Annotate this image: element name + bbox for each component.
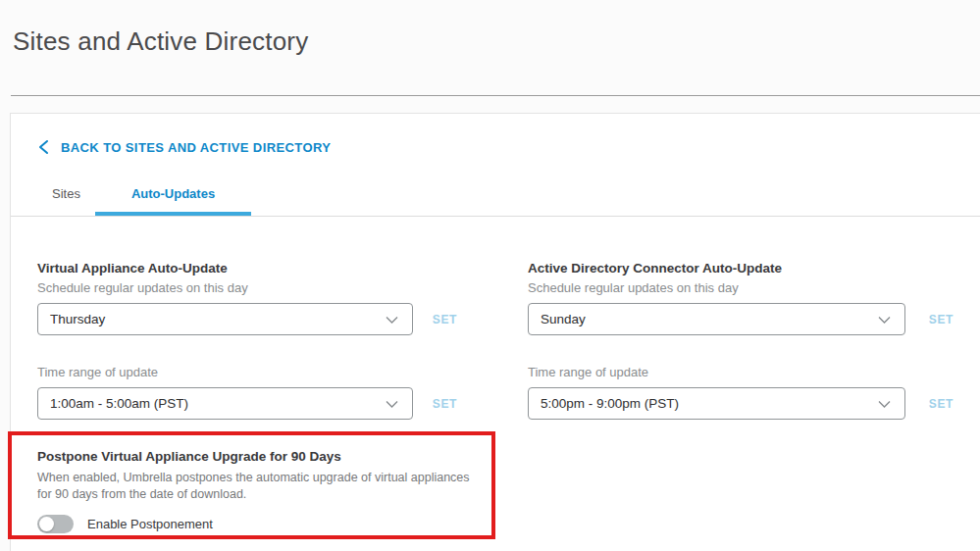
va-time-select[interactable]: 1:00am - 5:00am (PST) (37, 387, 413, 420)
va-time-set-button[interactable]: SET (433, 397, 457, 411)
ad-day-set-button[interactable]: SET (929, 313, 954, 326)
chevron-down-icon (384, 312, 400, 327)
chevron-down-icon (876, 396, 893, 412)
header-divider (11, 95, 980, 96)
va-day-select[interactable]: Thursday (37, 303, 413, 335)
chevron-down-icon (384, 396, 400, 412)
tab-sites[interactable]: Sites (37, 175, 95, 216)
page-title: Sites and Active Directory (13, 26, 980, 57)
ad-section-title: Active Directory Connector Auto-Update (528, 261, 959, 276)
postpone-section: Postpone Virtual Appliance Upgrade for 9… (37, 449, 980, 533)
tab-auto-updates[interactable]: Auto-Updates (95, 175, 251, 216)
virtual-appliance-section: Virtual Appliance Auto-Update Schedule r… (37, 261, 463, 420)
back-link[interactable]: BACK TO SITES AND ACTIVE DIRECTORY (11, 114, 980, 155)
ad-connector-section: Active Directory Connector Auto-Update S… (528, 261, 959, 420)
va-day-value: Thursday (50, 312, 105, 326)
ad-time-label: Time range of update (528, 365, 959, 379)
postpone-description: When enabled, Umbrella postpones the aut… (37, 470, 485, 503)
va-time-value: 1:00am - 5:00am (PST) (50, 396, 188, 411)
page-header: Sites and Active Directory (0, 0, 980, 57)
enable-postponement-toggle[interactable] (37, 515, 74, 533)
va-schedule-label: Schedule regular updates on this day (37, 280, 463, 295)
va-time-label: Time range of update (37, 365, 463, 379)
ad-time-value: 5:00pm - 9:00pm (PST) (541, 396, 679, 411)
ad-time-set-button[interactable]: SET (929, 397, 954, 411)
ad-day-value: Sunday (541, 312, 586, 326)
auto-updates-content: Virtual Appliance Auto-Update Schedule r… (11, 217, 980, 533)
va-section-title: Virtual Appliance Auto-Update (37, 261, 463, 276)
chevron-down-icon (876, 312, 893, 327)
toggle-knob (39, 517, 54, 531)
back-link-label: BACK TO SITES AND ACTIVE DIRECTORY (61, 140, 331, 155)
enable-postponement-label: Enable Postponement (87, 517, 213, 531)
tab-bar: Sites Auto-Updates (11, 175, 980, 217)
postpone-title: Postpone Virtual Appliance Upgrade for 9… (37, 449, 980, 464)
ad-time-select[interactable]: 5:00pm - 9:00pm (PST) (528, 387, 905, 420)
chevron-left-icon (37, 139, 50, 155)
ad-day-select[interactable]: Sunday (528, 303, 905, 335)
va-day-set-button[interactable]: SET (433, 313, 457, 326)
ad-schedule-label: Schedule regular updates on this day (528, 280, 959, 295)
settings-card: BACK TO SITES AND ACTIVE DIRECTORY Sites… (10, 113, 980, 551)
